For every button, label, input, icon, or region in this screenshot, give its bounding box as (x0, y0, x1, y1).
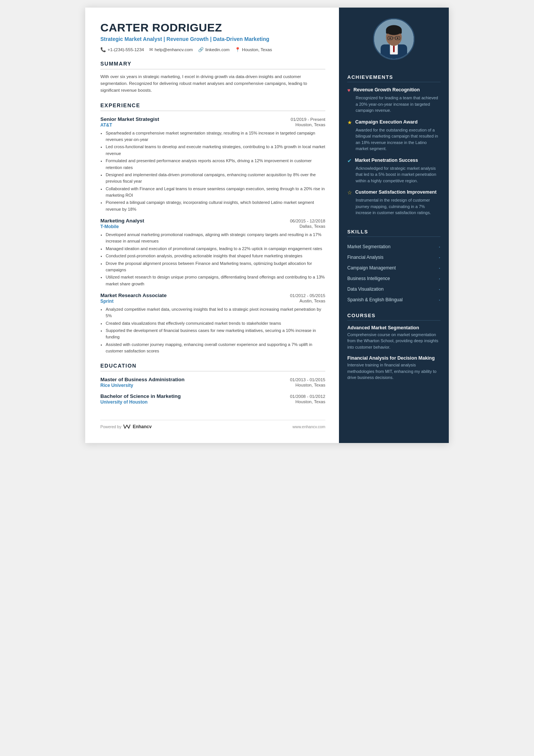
bullet: Pioneered a bilingual campaign strategy,… (106, 199, 325, 213)
bullet: Created data visualizations that effecti… (106, 320, 325, 327)
location-icon: 📍 (235, 47, 240, 52)
job-header-1: Marketing Analyst 06/2015 - 12/2018 (100, 218, 325, 224)
skill-item-2: Campaign Management (339, 263, 449, 273)
edu-header-1: Bachelor of Science in Marketing 01/2008… (100, 393, 325, 399)
job-bullets-0: Spearheaded a comprehensive market segme… (100, 130, 325, 213)
phone-icon: 📞 (100, 47, 106, 52)
skill-item-0: Market Segmentation (339, 241, 449, 252)
summary-text: With over six years in strategic marketi… (100, 73, 325, 94)
skills-section: SKILLS Market Segmentation Financial Ana… (339, 221, 449, 305)
job-header-2: Market Research Associate 01/2012 - 05/2… (100, 293, 325, 298)
job-item-1: Marketing Analyst 06/2015 - 12/2018 T-Mo… (100, 218, 325, 287)
achievement-name-1: Campaign Execution Award (355, 119, 418, 125)
skill-item-3: Business Intelligence (339, 273, 449, 284)
course-name-0: Advanced Market Segmentation (347, 325, 440, 330)
experience-divider (100, 111, 325, 111)
profile-photo (373, 18, 415, 60)
bullet: Analyzed competitive market data, uncove… (106, 306, 325, 319)
job-item-2: Market Research Associate 01/2012 - 05/2… (100, 293, 325, 355)
bullet: Supported the development of financial b… (106, 327, 325, 341)
achievement-desc-2: Acknowledged for strategic market analys… (347, 165, 440, 184)
job-sub-1: T-Mobile Dallas, Texas (100, 224, 325, 229)
achievement-header-0: ♥ Revenue Growth Recognition (347, 87, 440, 93)
job-location-2: Austin, Texas (300, 299, 325, 304)
achievement-item-0: ♥ Revenue Growth Recognition Recognized … (339, 87, 449, 114)
achievement-name-2: Market Penetration Success (355, 157, 418, 164)
svg-rect-4 (393, 45, 395, 52)
skills-title: SKILLS (339, 229, 449, 235)
course-name-1: Financial Analysis for Decision Making (347, 355, 440, 361)
email-icon: ✉ (149, 47, 153, 52)
bullet: Developed annual marketing promotional r… (106, 232, 325, 245)
course-desc-1: Intensive training in financial analysis… (347, 362, 440, 381)
achievements-divider (347, 82, 440, 82)
edu-item-0: Master of Business Administration 01/201… (100, 377, 325, 388)
candidate-name: CARTER RODRIGUEZ (100, 21, 325, 34)
course-desc-0: Comprehensive course on market segmentat… (347, 332, 440, 351)
bullet: Collaborated with Finance and Legal team… (106, 186, 325, 199)
avatar-svg (374, 18, 414, 60)
candidate-title: Strategic Market Analyst | Revenue Growt… (100, 36, 325, 43)
course-item-1: Financial Analysis for Decision Making I… (339, 355, 449, 381)
skill-item-4: Data Visualization (339, 284, 449, 294)
job-dates-1: 06/2015 - 12/2018 (290, 219, 325, 223)
powered-by-text: Powered by (100, 424, 121, 429)
achievement-name-0: Revenue Growth Recognition (353, 87, 420, 93)
edu-dates-0: 01/2013 - 01/2015 (290, 377, 325, 382)
achievement-item-2: ✔ Market Penetration Success Acknowledge… (339, 157, 449, 184)
job-title-0: Senior Market Strategist (100, 116, 159, 122)
achievement-desc-3: Instrumental in the redesign of customer… (347, 197, 440, 216)
linkedin-icon: 🔗 (198, 47, 204, 52)
check-icon: ✔ (347, 158, 352, 164)
job-item-0: Senior Market Strategist 01/2019 - Prese… (100, 116, 325, 213)
experience-section: EXPERIENCE Senior Market Strategist 01/2… (100, 102, 325, 355)
edu-item-1: Bachelor of Science in Marketing 01/2008… (100, 393, 325, 405)
resume-wrapper: CARTER RODRIGUEZ Strategic Market Analys… (85, 8, 449, 443)
edu-sub-1: University of Houston Houston, Texas (100, 399, 325, 405)
contact-linkedin: 🔗 linkedin.com (198, 47, 230, 52)
education-divider (100, 371, 325, 371)
bullet: Spearheaded a comprehensive market segme… (106, 130, 325, 143)
summary-section: SUMMARY With over six years in strategic… (100, 61, 325, 94)
achievement-desc-1: Awarded for the outstanding execution of… (347, 127, 440, 152)
skills-divider (347, 236, 440, 237)
job-bullets-2: Analyzed competitive market data, uncove… (100, 306, 325, 355)
footer-website: www.enhancv.com (292, 424, 325, 429)
education-section: EDUCATION Master of Business Administrat… (100, 363, 325, 405)
courses-section: COURSES Advanced Market Segmentation Com… (339, 305, 449, 386)
job-header-0: Senior Market Strategist 01/2019 - Prese… (100, 116, 325, 122)
star-outline-icon: ☆ (347, 189, 352, 196)
edu-degree-0: Master of Business Administration (100, 377, 184, 382)
footer: Powered by Enhancv www.enhancv.com (100, 420, 325, 429)
job-dates-0: 01/2019 - Present (291, 117, 325, 122)
contact-email: ✉ help@enhancv.com (149, 47, 193, 52)
achievement-name-3: Customer Satisfaction Improvement (355, 189, 437, 196)
edu-dates-1: 01/2008 - 01/2012 (290, 394, 325, 399)
bullet: Assisted with customer journey mapping, … (106, 341, 325, 355)
edu-location-0: Houston, Texas (295, 383, 325, 388)
right-column: ACHIEVEMENTS ♥ Revenue Growth Recognitio… (339, 8, 449, 443)
achievement-header-2: ✔ Market Penetration Success (347, 157, 440, 164)
achievement-header-3: ☆ Customer Satisfaction Improvement (347, 189, 440, 196)
skill-item-1: Financial Analysis (339, 252, 449, 263)
job-company-2: Sprint (100, 299, 114, 304)
edu-header-0: Master of Business Administration 01/201… (100, 377, 325, 382)
job-company-1: T-Mobile (100, 224, 119, 229)
course-item-0: Advanced Market Segmentation Comprehensi… (339, 325, 449, 351)
achievements-title: ACHIEVEMENTS (339, 74, 449, 80)
achievement-item-3: ☆ Customer Satisfaction Improvement Inst… (339, 189, 449, 216)
bullet: Formulated and presented performance ana… (106, 158, 325, 171)
heart-icon: ♥ (347, 87, 350, 93)
star-icon: ★ (347, 119, 352, 125)
summary-title: SUMMARY (100, 61, 325, 67)
photo-area (339, 8, 449, 67)
svg-rect-7 (386, 30, 402, 33)
svg-point-11 (389, 38, 391, 39)
job-location-0: Houston, Texas (295, 122, 325, 128)
bullet: Conducted post-promotion analysis, provi… (106, 253, 325, 259)
summary-divider (100, 69, 325, 69)
contact-row: 📞 +1-(234)-555-1234 ✉ help@enhancv.com 🔗… (100, 47, 325, 52)
contact-location: 📍 Houston, Texas (235, 47, 272, 52)
contact-phone: 📞 +1-(234)-555-1234 (100, 47, 144, 52)
header: CARTER RODRIGUEZ Strategic Market Analys… (100, 21, 325, 52)
